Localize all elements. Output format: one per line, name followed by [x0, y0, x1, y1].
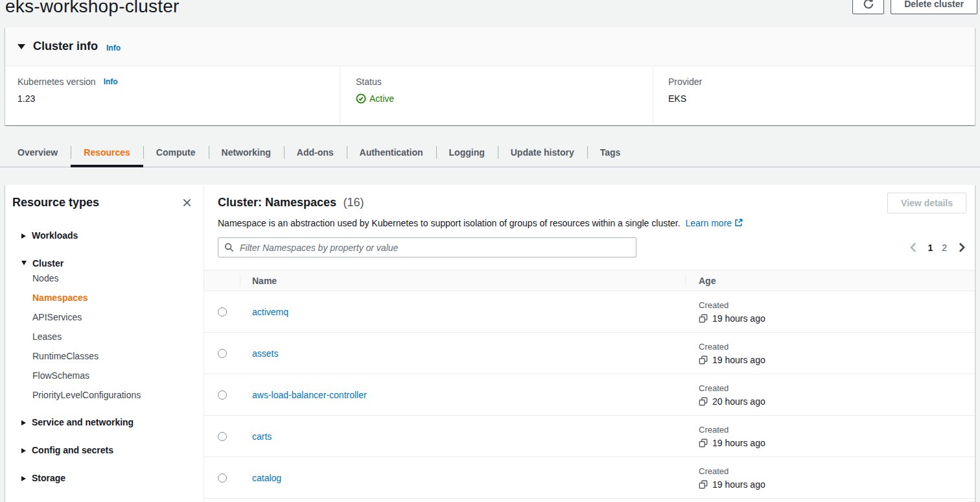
- pagination-next-icon[interactable]: [957, 243, 966, 252]
- namespaces-description: Namespace is an abstraction used by Kube…: [218, 217, 966, 229]
- created-label: Created: [699, 342, 729, 352]
- table-row-assets: assets Created: [204, 333, 975, 374]
- age-value: 19 hours ago: [712, 438, 765, 448]
- tab-compute[interactable]: Compute: [143, 139, 209, 167]
- caret-icon: [21, 233, 26, 239]
- created-label: Created: [699, 425, 729, 435]
- sidebar-item-runtimeclasses[interactable]: RuntimeClasses: [5, 346, 204, 366]
- cluster-info-info-link[interactable]: Info: [106, 43, 121, 53]
- row-radio[interactable]: [218, 307, 227, 317]
- tab-networking[interactable]: Networking: [209, 139, 284, 167]
- sidebar-item-label: Namespaces: [32, 293, 88, 303]
- sidebar-item-cluster[interactable]: Cluster: [5, 258, 204, 269]
- sidebar-item-label: PriorityLevelConfigurations: [32, 390, 141, 400]
- row-radio[interactable]: [218, 349, 227, 358]
- sidebar-item-leases[interactable]: Leases: [5, 327, 204, 346]
- copy-icon[interactable]: [699, 397, 708, 406]
- caret-icon: [21, 476, 26, 481]
- search-icon: [224, 243, 234, 252]
- tab-update-history[interactable]: Update history: [498, 139, 587, 167]
- age-value: 19 hours ago: [712, 313, 765, 324]
- tab-label: Logging: [449, 147, 485, 158]
- page-title: eks-workshop-cluster: [5, 0, 180, 17]
- tab-label: Add-ons: [297, 147, 334, 158]
- pagination: 1 2: [909, 243, 966, 253]
- status-badge: Active: [356, 93, 653, 104]
- sidebar-item-prioritylevelconfigurations[interactable]: PriorityLevelConfigurations: [5, 385, 204, 405]
- created-label: Created: [699, 300, 729, 310]
- tab-label: Resources: [84, 147, 130, 158]
- sidebar-item-label: Leases: [32, 331, 62, 342]
- learn-more-link[interactable]: Learn more: [686, 217, 743, 229]
- cluster-info-header[interactable]: Cluster info Info: [5, 27, 975, 66]
- table-header: Name Age: [204, 270, 975, 291]
- age-value: 19 hours ago: [712, 479, 765, 490]
- cluster-tabs: Overview Resources Compute Networking Ad…: [0, 139, 980, 167]
- provider-value: EKS: [668, 93, 975, 104]
- filter-input[interactable]: [218, 237, 636, 257]
- tab-overview[interactable]: Overview: [5, 139, 71, 167]
- chevron-down-icon: [18, 44, 25, 49]
- copy-icon[interactable]: [699, 355, 708, 365]
- filter-box: [218, 237, 636, 257]
- tab-logging[interactable]: Logging: [436, 139, 498, 167]
- tab-label: Compute: [156, 147, 196, 158]
- copy-icon[interactable]: [699, 314, 708, 323]
- provider-label: Provider: [668, 77, 975, 87]
- pagination-page-2[interactable]: 2: [939, 243, 950, 253]
- namespace-link[interactable]: activemq: [252, 307, 288, 317]
- refresh-button[interactable]: [852, 0, 884, 14]
- pagination-page-1[interactable]: 1: [925, 243, 937, 253]
- sidebar-item-label: APIServices: [32, 312, 82, 322]
- age-value: 19 hours ago: [712, 355, 765, 365]
- copy-icon[interactable]: [699, 438, 708, 448]
- sidebar-item-service-and-networking[interactable]: Service and networking: [5, 417, 204, 427]
- cluster-info-card: Cluster info Info Kubernetes version Inf…: [5, 27, 975, 125]
- table-row-aws-load-balancer-controller: aws-load-balancer-controller Created: [204, 374, 975, 416]
- cluster-info-body: Kubernetes version Info 1.23 Status Acti…: [5, 66, 975, 125]
- kubernetes-version-label: Kubernetes version Info: [18, 77, 340, 87]
- sidebar-item-label: Storage: [32, 473, 65, 483]
- sidebar-item-config-and-secrets[interactable]: Config and secrets: [5, 445, 204, 455]
- tab-authentication[interactable]: Authentication: [347, 139, 436, 167]
- sidebar-item-label: Config and secrets: [32, 445, 113, 455]
- namespace-link[interactable]: aws-load-balancer-controller: [252, 390, 367, 400]
- sidebar-item-nodes[interactable]: Nodes: [5, 269, 204, 288]
- resources-panel: Resource types Workloads Cluster Nodes: [5, 185, 975, 502]
- table-row-catalog: catalog Created: [204, 457, 975, 499]
- close-icon[interactable]: [182, 198, 192, 208]
- sidebar-item-label: Nodes: [32, 273, 58, 283]
- namespaces-title: Cluster: Namespaces: [218, 196, 336, 209]
- sidebar-item-namespaces[interactable]: Namespaces: [5, 288, 204, 307]
- table-row-activemq: activemq Created: [204, 291, 975, 333]
- sidebar-item-apiservices[interactable]: APIServices: [5, 307, 204, 327]
- tab-tags[interactable]: Tags: [587, 139, 634, 167]
- sidebar-item-label: Service and networking: [32, 417, 134, 427]
- row-radio[interactable]: [218, 390, 227, 400]
- tab-label: Overview: [18, 147, 58, 158]
- sidebar-item-label: RuntimeClasses: [32, 351, 99, 361]
- sidebar-item-workloads[interactable]: Workloads: [5, 230, 204, 241]
- tab-add-ons[interactable]: Add-ons: [284, 139, 347, 167]
- row-radio[interactable]: [218, 432, 227, 441]
- sidebar-item-storage[interactable]: Storage: [5, 473, 204, 483]
- namespace-link[interactable]: carts: [252, 431, 272, 442]
- namespace-link[interactable]: catalog: [252, 473, 281, 483]
- namespaces-count: (16): [344, 196, 364, 209]
- namespace-link[interactable]: assets: [252, 348, 278, 359]
- namespaces-content: Cluster: Namespaces (16) View details Na…: [204, 185, 975, 502]
- sidebar-item-flowschemas[interactable]: FlowSchemas: [5, 366, 204, 385]
- sidebar-item-label: Workloads: [32, 230, 78, 241]
- view-details-button[interactable]: View details: [887, 193, 966, 213]
- refresh-icon: [863, 0, 874, 10]
- caret-icon: [21, 448, 26, 453]
- delete-cluster-button[interactable]: Delete cluster: [891, 0, 977, 14]
- kubernetes-version-info-link[interactable]: Info: [104, 77, 118, 86]
- row-radio[interactable]: [218, 473, 227, 483]
- copy-icon[interactable]: [699, 480, 708, 489]
- pagination-prev-icon[interactable]: [909, 243, 918, 252]
- tab-label: Update history: [511, 147, 574, 158]
- table-row-carts: carts Created 1: [204, 416, 975, 457]
- tab-resources[interactable]: Resources: [71, 139, 143, 167]
- resource-types-title: Resource types: [12, 196, 99, 209]
